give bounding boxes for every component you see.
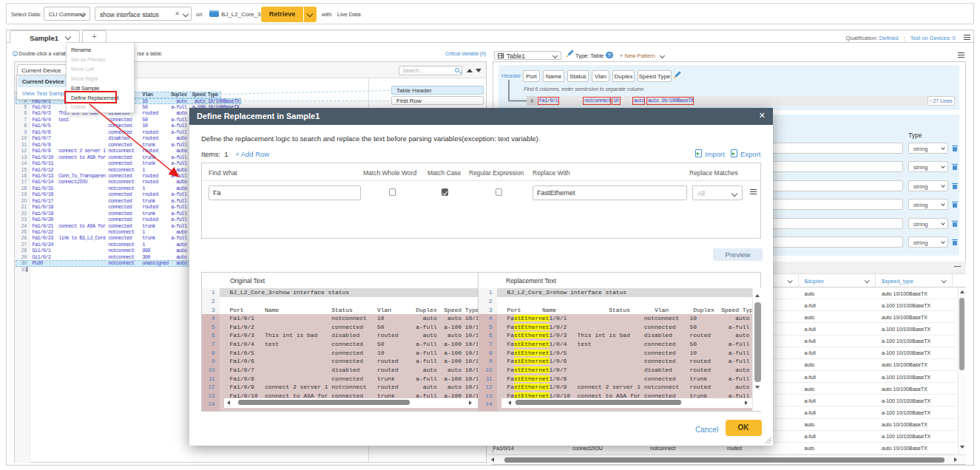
- clear-icon[interactable]: ✕: [175, 10, 180, 17]
- help-icon[interactable]: ?: [606, 52, 613, 59]
- line-number: 9: [479, 357, 497, 366]
- scroll-down-icon[interactable]: [755, 386, 760, 389]
- replacement-text-editor[interactable]: 1BJ_L2_Core_3>show interface status23Por…: [479, 288, 762, 412]
- line-number: 6: [16, 110, 27, 116]
- sample-line[interactable]: Po20 notconnect unassigned auto auto: [33, 260, 206, 266]
- line-number: 29: [16, 254, 27, 260]
- replace-matches-select[interactable]: All: [692, 185, 743, 200]
- column-tag-status[interactable]: Status: [567, 70, 589, 82]
- scrollbar-thumb[interactable]: [238, 400, 410, 405]
- column-tag-name[interactable]: Name: [543, 70, 564, 82]
- search-input[interactable]: Search...: [399, 66, 462, 75]
- dialog-header[interactable]: Define Replacement in Sample1 ✕: [189, 108, 773, 125]
- pattern-select[interactable]: Table1: [494, 51, 561, 60]
- table-header-tag[interactable]: Table Header: [391, 86, 484, 95]
- search-icon[interactable]: [455, 68, 459, 72]
- resize-handle[interactable]: [766, 437, 771, 443]
- delete-variable-icon[interactable]: [952, 220, 957, 226]
- find-what-input[interactable]: Fa: [209, 185, 361, 200]
- variable-type-select[interactable]: string: [908, 161, 948, 172]
- scroll-down-icon[interactable]: [960, 446, 964, 449]
- command-input[interactable]: show interface status ✕: [95, 7, 192, 21]
- critical-variable-link[interactable]: Critical Variable (0): [445, 51, 486, 56]
- horizontal-scrollbar[interactable]: [501, 398, 752, 409]
- scroll-up-icon[interactable]: [755, 294, 760, 297]
- scroll-up-icon[interactable]: [960, 290, 964, 293]
- preview-button[interactable]: Preview: [713, 248, 763, 261]
- import-link[interactable]: Import: [705, 150, 725, 158]
- cancel-button[interactable]: Cancel: [695, 426, 718, 434]
- scroll-right-icon[interactable]: [745, 401, 748, 405]
- add-tab-label: +: [92, 32, 96, 41]
- table-column-header[interactable]: $speed_type: [876, 274, 953, 287]
- original-text-editor[interactable]: 1BJ_L2_Core_3>show interface status23Por…: [202, 288, 478, 412]
- qualification-value-link[interactable]: Defined: [879, 35, 899, 41]
- pattern-menu-icon[interactable]: [958, 52, 964, 58]
- column-tag-port[interactable]: Port: [523, 70, 540, 82]
- add-sample-tab[interactable]: +: [82, 30, 107, 43]
- vertical-scrollbar[interactable]: [752, 288, 762, 412]
- pattern-token[interactable]: auto: [632, 97, 645, 105]
- variable-type-select[interactable]: string: [908, 236, 948, 248]
- column-tag-speed-type[interactable]: Speed Type: [638, 70, 672, 82]
- pattern-token[interactable]: Fa1/0/1: [538, 97, 559, 105]
- table-vertical-scrollbar[interactable]: [958, 287, 966, 454]
- scrollbar-thumb[interactable]: [516, 400, 681, 405]
- first-row-tag[interactable]: First Row: [391, 96, 484, 105]
- table-horizontal-scrollbar[interactable]: [487, 454, 966, 464]
- add-row-link[interactable]: + Add Row: [235, 150, 269, 158]
- find-next-button[interactable]: [476, 69, 481, 72]
- pattern-token[interactable]: 10: [612, 97, 621, 105]
- retrieve-button[interactable]: Retrieve: [261, 7, 303, 22]
- table-cell: Fa1/0/14: [493, 446, 514, 451]
- tab-sample1[interactable]: Sample1: [10, 30, 80, 43]
- column-tag-duplex[interactable]: Duplex: [612, 70, 635, 82]
- live-data-link[interactable]: Live Data: [337, 11, 361, 18]
- row-drag-handle[interactable]: [750, 189, 757, 194]
- lines-badge[interactable]: › 27 Lines: [927, 96, 955, 106]
- chevron-down-icon[interactable]: [65, 34, 71, 40]
- scroll-right-icon[interactable]: [954, 457, 957, 462]
- scrollbar-thumb[interactable]: [504, 457, 944, 463]
- delete-variable-icon[interactable]: [952, 183, 957, 188]
- delete-variable-icon[interactable]: [952, 145, 957, 151]
- variable-type-select[interactable]: string: [908, 143, 948, 154]
- column-tag-vlan[interactable]: Vlan: [592, 70, 609, 82]
- replace-with-input[interactable]: FastEthernet: [533, 185, 687, 200]
- retrieve-dropdown-button[interactable]: [304, 7, 317, 22]
- test-on-devices-link[interactable]: Test on Devices: 0: [910, 35, 956, 41]
- table-column-header[interactable]: $duplex: [799, 274, 876, 287]
- horizontal-scrollbar[interactable]: [224, 398, 478, 409]
- match-case-checkbox[interactable]: [442, 188, 449, 196]
- menu-item-rename[interactable]: Rename: [71, 47, 91, 53]
- delete-variable-icon[interactable]: [952, 239, 957, 245]
- find-previous-button[interactable]: [467, 69, 473, 72]
- device-link[interactable]: BJ_L2_Core_3: [221, 11, 260, 18]
- data-type-select[interactable]: CLI Command: [44, 7, 90, 21]
- export-link[interactable]: Export: [740, 150, 760, 158]
- delete-variable-icon[interactable]: [952, 164, 957, 170]
- pattern-token[interactable]: notconnect: [583, 97, 611, 105]
- pattern-token[interactable]: auto 10/100BaseTX: [646, 97, 694, 105]
- match-whole-word-checkbox[interactable]: [389, 188, 396, 196]
- variable-type-select[interactable]: string: [908, 180, 948, 191]
- scrollbar-thumb[interactable]: [959, 298, 964, 370]
- scroll-left-icon[interactable]: [227, 401, 230, 405]
- scroll-left-icon[interactable]: [508, 401, 511, 405]
- delete-variable-icon[interactable]: [952, 202, 957, 208]
- close-icon[interactable]: ✕: [759, 111, 766, 120]
- table-cell: auto: [805, 446, 815, 451]
- ok-button[interactable]: OK: [726, 420, 762, 436]
- chevron-down-icon[interactable]: [183, 11, 189, 17]
- new-pattern-link[interactable]: + New Pattern: [620, 52, 655, 59]
- scroll-right-icon[interactable]: [469, 401, 472, 405]
- regular-expression-checkbox[interactable]: [496, 188, 503, 196]
- variable-type-select[interactable]: string: [908, 199, 948, 210]
- line-number: 21: [16, 204, 27, 210]
- collapse-icon[interactable]: [954, 266, 961, 267]
- menu-icon[interactable]: [964, 35, 970, 40]
- variable-type-select[interactable]: string: [908, 218, 948, 229]
- scrollbar-thumb[interactable]: [754, 302, 761, 382]
- editor-line: Fa1/0/5 connected 10 a-full a-100 10/100…: [224, 349, 478, 358]
- scroll-left-icon[interactable]: [491, 457, 494, 462]
